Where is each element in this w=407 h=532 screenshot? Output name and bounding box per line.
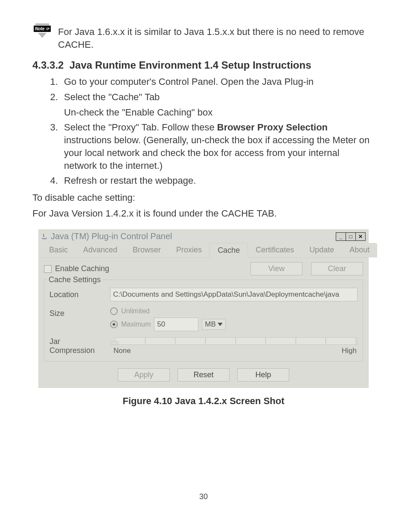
step-3-bold: Browser Proxy Selection <box>217 122 328 133</box>
step-1: Go to your computer's Control Panel. Ope… <box>61 75 375 88</box>
help-button[interactable]: Help <box>237 368 289 382</box>
step-3: Select the "Proxy" Tab. Follow these Bro… <box>61 121 375 172</box>
jar-compression-slider[interactable] <box>113 337 358 345</box>
clear-button[interactable]: Clear <box>311 262 363 275</box>
size-maximum-label: Maximum <box>121 321 151 328</box>
steps-list: Go to your computer's Control Panel. Ope… <box>32 75 375 187</box>
size-unlimited-row[interactable]: Unlimited <box>110 307 226 315</box>
size-label: Size <box>49 307 105 318</box>
titlebar: Java (TM) Plug-in Control Panel _ □ ✕ <box>39 230 368 243</box>
cache-settings-fieldset: Cache Settings Location C:\Documents and… <box>44 280 363 361</box>
slider-label-none: None <box>113 347 131 355</box>
tab-advanced[interactable]: Advanced <box>76 243 125 257</box>
tabs: Basic Advanced Browser Proxies Cache Cer… <box>39 243 368 258</box>
radio-maximum[interactable] <box>110 321 118 328</box>
size-unlimited-label: Unlimited <box>121 307 150 315</box>
step-3a-text: Select the "Proxy" Tab. Follow these <box>64 122 217 133</box>
view-button[interactable]: View <box>250 262 302 275</box>
reset-button[interactable]: Reset <box>177 368 230 382</box>
fieldset-legend: Cache Settings <box>47 275 102 284</box>
section-title: Java Runtime Environment 1.4 Setup Instr… <box>70 59 311 71</box>
tab-update[interactable]: Update <box>302 243 342 257</box>
tab-basic[interactable]: Basic <box>41 243 76 257</box>
step-2: Select the "Cache" Tab Un-check the "Ena… <box>61 91 375 119</box>
enable-caching-checkbox[interactable] <box>44 265 52 273</box>
location-label: Location <box>49 290 105 299</box>
radio-unlimited[interactable] <box>110 307 118 315</box>
step-2b-text: Un-check the "Enable Caching" box <box>64 106 375 119</box>
jar-compression-label: Jar Compression <box>49 337 108 355</box>
section-number: 4.3.3.2 <box>32 59 64 71</box>
slider-thumb[interactable] <box>110 336 117 341</box>
window-title: Java (TM) Plug-in Control Panel <box>51 231 172 241</box>
step-1-text: Go to your computer's Control Panel. Ope… <box>64 76 314 87</box>
apply-button[interactable]: Apply <box>118 368 170 382</box>
section-heading: 4.3.3.2 Java Runtime Environment 1.4 Set… <box>32 59 375 71</box>
enable-caching-label: Enable Caching <box>55 264 109 273</box>
enable-caching-row[interactable]: Enable Caching <box>44 264 109 273</box>
page-number: 30 <box>0 492 407 501</box>
tab-proxies[interactable]: Proxies <box>169 243 209 257</box>
note-icon: Note ☞ <box>32 26 52 38</box>
location-field[interactable]: C:\Documents and Settings\AppData\Sun\Ja… <box>110 288 358 301</box>
step-3b-text: instructions below. (Generally, un-check… <box>64 135 369 171</box>
size-unit-dropdown[interactable]: MB <box>202 319 226 330</box>
step-2a-text: Select the "Cache" Tab <box>64 92 160 102</box>
size-maximum-row[interactable]: Maximum 50 MB <box>110 318 226 331</box>
close-button[interactable]: ✕ <box>355 232 366 241</box>
chevron-down-icon <box>218 323 223 326</box>
body-p2: For Java Version 1.4.2.x it is found und… <box>32 207 375 220</box>
size-unit-label: MB <box>205 320 216 329</box>
body-p1: To disable cache setting: <box>32 191 375 205</box>
tab-cache[interactable]: Cache <box>209 243 248 258</box>
slider-label-high: High <box>342 347 357 355</box>
size-value-field[interactable]: 50 <box>154 318 198 331</box>
step-4: Refresh or restart the webpage. <box>61 174 375 187</box>
note-block: Note ☞ For Java 1.6.x.x it is similar to… <box>32 26 375 51</box>
tab-browser[interactable]: Browser <box>125 243 169 257</box>
java-icon <box>41 233 48 240</box>
minimize-button[interactable]: _ <box>336 232 346 241</box>
tab-certificates[interactable]: Certificates <box>248 243 302 257</box>
tab-about[interactable]: About <box>342 243 377 257</box>
step-4-text: Refresh or restart the webpage. <box>64 175 196 186</box>
figure-caption: Figure 4.10 Java 1.4.2.x Screen Shot <box>32 396 375 407</box>
note-text: For Java 1.6.x.x it is similar to Java 1… <box>58 26 375 51</box>
maximize-button[interactable]: □ <box>346 232 356 241</box>
note-icon-label: Note ☞ <box>34 26 51 32</box>
java-control-panel-window: Java (TM) Plug-in Control Panel _ □ ✕ Ba… <box>38 229 369 388</box>
